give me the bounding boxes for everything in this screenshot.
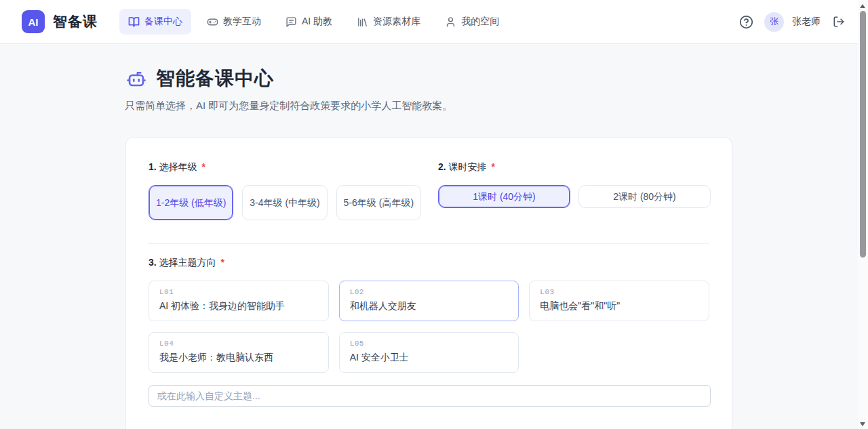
required-asterisk: * — [220, 257, 224, 268]
topic-code: L04 — [159, 340, 318, 348]
topic-section: 3. 选择主题方向 * L01 AI 初体验：我身边的智能助手 L02 和机器人… — [149, 257, 709, 407]
topic-code: L01 — [159, 288, 318, 296]
duration-option-2[interactable]: 2课时 (80分钟) — [578, 185, 711, 208]
main-nav: 备课中心 教学互动 AI 助教 资源素材库 我的空间 — [119, 9, 508, 35]
required-asterisk: * — [201, 161, 205, 172]
duration-option-1[interactable]: 1课时 (40分钟) — [438, 185, 570, 208]
user-icon — [445, 16, 456, 28]
hero-section: 智能备课中心 只需简单选择，AI 即可为您量身定制符合政策要求的小学人工智能教案… — [125, 66, 868, 113]
help-icon[interactable] — [739, 15, 753, 29]
required-asterisk: * — [491, 161, 494, 172]
topic-title: 我是小老师：教电脑认东西 — [159, 352, 318, 364]
grade-option-3-4[interactable]: 3-4年级 (中年级) — [242, 185, 327, 220]
user-name: 张老师 — [792, 16, 821, 28]
nav-item-label: AI 助教 — [302, 16, 332, 28]
nav-item-my-space[interactable]: 我的空间 — [436, 9, 508, 35]
library-icon — [357, 16, 368, 28]
robot-icon — [125, 68, 147, 89]
topic-options: L01 AI 初体验：我身边的智能助手 L02 和机器人交朋友 L03 电脑也会… — [149, 281, 709, 373]
grade-option-5-6[interactable]: 5-6年级 (高年级) — [336, 185, 421, 220]
section-title: 课时安排 — [449, 161, 487, 172]
section-number: 2. — [438, 161, 446, 172]
topic-card-l03[interactable]: L03 电脑也会"看"和"听" — [529, 281, 709, 321]
topic-code: L03 — [540, 288, 698, 296]
section-title: 选择年级 — [159, 161, 197, 172]
chat-icon — [285, 16, 297, 28]
topic-card-l04[interactable]: L04 我是小老师：教电脑认东西 — [149, 332, 329, 373]
gamepad-icon — [207, 16, 218, 28]
scrollbar-thumb[interactable] — [860, 11, 866, 258]
grade-options: 1-2年级 (低年级) 3-4年级 (中年级) 5-6年级 (高年级) — [149, 185, 421, 220]
grade-section: 1. 选择年级 * 1-2年级 (低年级) 3-4年级 (中年级) 5-6年级 … — [149, 161, 421, 220]
app-logo-text: AI — [28, 16, 39, 28]
header-right: 张 张老师 — [739, 12, 845, 32]
topic-code: L02 — [350, 288, 509, 296]
nav-item-label: 我的空间 — [461, 16, 499, 28]
page-title: 智能备课中心 — [156, 66, 274, 91]
vertical-scrollbar[interactable] — [858, 0, 868, 429]
custom-topic-input[interactable] — [149, 385, 711, 407]
section-title: 选择主题方向 — [159, 257, 216, 268]
topic-title: 电脑也会"看"和"听" — [540, 300, 698, 312]
duration-options: 1课时 (40分钟) 2课时 (80分钟) — [438, 185, 711, 208]
book-open-icon — [128, 16, 140, 28]
app-logo: AI — [22, 10, 45, 33]
page-subtitle: 只需简单选择，AI 即可为您量身定制符合政策要求的小学人工智能教案。 — [125, 100, 868, 113]
topic-card-l05[interactable]: L05 AI 安全小卫士 — [339, 332, 519, 373]
duration-section: 2. 课时安排 * 1课时 (40分钟) 2课时 (80分钟) — [438, 161, 711, 208]
nav-item-label: 备课中心 — [144, 16, 182, 28]
nav-item-ai-assistant[interactable]: AI 助教 — [277, 9, 341, 35]
brand-name: 智备课 — [53, 12, 98, 31]
avatar[interactable]: 张 — [764, 12, 784, 32]
lesson-prep-form-card: 1. 选择年级 * 1-2年级 (低年级) 3-4年级 (中年级) 5-6年级 … — [125, 137, 732, 429]
nav-item-lesson-prep-center[interactable]: 备课中心 — [119, 9, 191, 35]
topic-code: L05 — [350, 340, 509, 348]
scrollbar-up-arrow[interactable] — [860, 4, 865, 8]
avatar-initial: 张 — [770, 16, 778, 28]
logout-icon[interactable] — [833, 16, 845, 28]
nav-item-teaching-interaction[interactable]: 教学互动 — [198, 9, 270, 35]
duration-section-label: 2. 课时安排 * — [438, 161, 711, 173]
topic-card-l02[interactable]: L02 和机器人交朋友 — [339, 281, 519, 321]
topic-card-l01[interactable]: L01 AI 初体验：我身边的智能助手 — [149, 281, 329, 321]
nav-item-resource-library[interactable]: 资源素材库 — [348, 9, 429, 35]
scrollbar-down-arrow[interactable] — [860, 422, 865, 426]
section-divider — [149, 243, 709, 244]
section-number: 1. — [149, 161, 157, 172]
top-navbar: AI 智备课 备课中心 教学互动 AI 助教 资源素材库 — [0, 0, 868, 44]
topic-section-label: 3. 选择主题方向 * — [149, 257, 709, 269]
topic-title: AI 初体验：我身边的智能助手 — [159, 300, 318, 312]
nav-item-label: 资源素材库 — [373, 16, 420, 28]
topic-title: AI 安全小卫士 — [350, 352, 509, 364]
topic-title: 和机器人交朋友 — [350, 300, 509, 312]
grade-section-label: 1. 选择年级 * — [149, 161, 421, 173]
section-number: 3. — [149, 257, 157, 268]
grade-option-1-2[interactable]: 1-2年级 (低年级) — [149, 185, 233, 220]
nav-item-label: 教学互动 — [223, 16, 261, 28]
